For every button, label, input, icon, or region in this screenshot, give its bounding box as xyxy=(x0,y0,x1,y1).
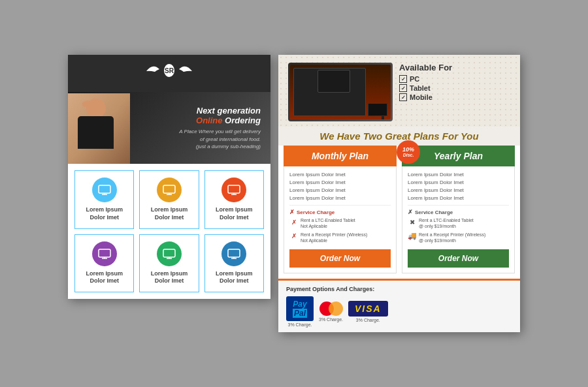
logo-wings: SR xyxy=(143,61,195,85)
yearly-service-text-2: Rent a Receipt Printer (Wireless)@ only … xyxy=(419,232,485,243)
svg-rect-11 xyxy=(99,249,110,257)
visa-logo: VISA xyxy=(348,301,388,317)
monthly-body: Lorem Ipsum Dolor Imet Lorem Ipsum Dolor… xyxy=(284,166,397,273)
check-tablet: ✓ xyxy=(399,84,407,92)
yearly-service-text-1: Rent a LTC-Enabled Tablet@ only $19/mont… xyxy=(419,217,474,229)
hero-text: Next generation Online Ordering A Place … xyxy=(179,106,261,151)
monthly-plan-col: Monthly Plan Lorem Ipsum Dolor Imet Lore… xyxy=(284,146,397,273)
hero-sub: A Place Where you will get delivery of g… xyxy=(179,129,261,151)
icon-monitor-3 xyxy=(221,178,246,202)
icon-label-3: Lorem IpsumDolor Imet xyxy=(216,206,253,221)
yearly-service-title: ✗ Service Charge xyxy=(408,209,509,215)
check-pc: ✓ xyxy=(399,75,407,83)
monthly-service-row-2: ✗ Rent a Receipt Printer (Wireless)Not A… xyxy=(289,232,391,243)
icon-cell-1: Lorem IpsumDolor Imet xyxy=(74,170,134,228)
monthly-header: Monthly Plan xyxy=(284,146,397,166)
yearly-item-3: Lorem Ipsum Dolor Imet xyxy=(408,187,509,193)
icons-grid: Lorem IpsumDolor Imet Lorem IpsumDolor I… xyxy=(68,164,270,299)
right-flyer: Available For ✓ PC ✓ Tablet ✓ Mobile xyxy=(278,55,520,332)
svg-rect-14 xyxy=(163,249,175,257)
yearly-item-2: Lorem Ipsum Dolor Imet xyxy=(408,179,509,185)
hero-line1: Next generation xyxy=(179,106,261,116)
icon-monitor-4 xyxy=(92,241,117,266)
icon-monitor-1 xyxy=(92,178,117,202)
svg-rect-17 xyxy=(228,249,240,257)
icon-label-2: Lorem IpsumDolor Imet xyxy=(151,206,188,221)
monthly-item-2: Lorem Ipsum Dolor Imet xyxy=(289,179,391,185)
monthly-service-icon-1: ✗ xyxy=(289,217,299,226)
payment-title: Payment Options And Charges: xyxy=(286,286,512,292)
svg-rect-8 xyxy=(228,185,240,193)
svg-rect-5 xyxy=(163,185,175,193)
payment-logos: PayPal 3% Charge. 3% Charge. xyxy=(286,296,512,327)
avail-pc: ✓ PC xyxy=(399,75,510,83)
icon-monitor-5 xyxy=(157,241,182,266)
monthly-service: ✗ Service Charge ✗ Rent a LTC-Enabled Ta… xyxy=(289,205,391,243)
visa-charge: 3% Charge. xyxy=(356,318,380,322)
icon-label-5: Lorem IpsumDolor Imet xyxy=(151,270,188,285)
paypal-payment: PayPal 3% Charge. xyxy=(286,296,314,327)
icon-monitor-2 xyxy=(157,178,182,202)
discount-badge: 10% Disc. xyxy=(397,140,420,164)
icon-cell-4: Lorem IpsumDolor Imet xyxy=(74,234,134,292)
right-top-section: Available For ✓ PC ✓ Tablet ✓ Mobile xyxy=(278,55,520,127)
monthly-service-text-1: Rent a LTC-Enabled TabletNot Aplicable xyxy=(301,217,355,229)
hero-line2: Online Ordering xyxy=(179,116,261,126)
left-hero: Next generation Online Ordering A Place … xyxy=(68,92,270,164)
left-header: SR xyxy=(68,55,270,92)
check-mobile: ✓ xyxy=(399,93,407,101)
monthly-item-4: Lorem Ipsum Dolor Imet xyxy=(289,195,391,201)
monthly-item-1: Lorem Ipsum Dolor Imet xyxy=(289,172,391,178)
left-flyer: SR Next generation xyxy=(68,55,270,299)
monthly-service-text-2: Rent a Receipt Printer (Wireless)Not Apl… xyxy=(301,232,367,243)
avail-title: Available For xyxy=(399,63,510,72)
paypal-charge: 3% Charge. xyxy=(288,322,312,327)
svg-rect-2 xyxy=(99,185,110,193)
icon-label-6: Lorem IpsumDolor Imet xyxy=(216,270,253,285)
yearly-body: Lorem Ipsum Dolor Imet Lorem Ipsum Dolor… xyxy=(402,166,515,273)
icon-label-4: Lorem IpsumDolor Imet xyxy=(86,270,123,285)
plans-title: We Have Two Great Plans For You xyxy=(278,127,520,146)
monthly-service-title: ✗ Service Charge xyxy=(289,209,391,215)
mastercard-charge: 3% Charge. xyxy=(319,317,343,322)
icon-cell-6: Lorem IpsumDolor Imet xyxy=(204,234,264,292)
yearly-service-row-2: 🚚 Rent a Receipt Printer (Wireless)@ onl… xyxy=(408,232,509,243)
yearly-service-icon-1: ✖ xyxy=(408,217,417,226)
icon-cell-2: Lorem IpsumDolor Imet xyxy=(139,170,199,228)
monthly-item-3: Lorem Ipsum Dolor Imet xyxy=(289,187,391,193)
yearly-service: ✗ Service Charge ✖ Rent a LTC-Enabled Ta… xyxy=(408,205,509,243)
icon-cell-3: Lorem IpsumDolor Imet xyxy=(204,170,264,228)
yearly-service-row-1: ✖ Rent a LTC-Enabled Tablet@ only $19/mo… xyxy=(408,217,509,229)
hero-ordering: Ordering xyxy=(222,116,261,126)
avail-tablet: ✓ Tablet xyxy=(399,84,510,92)
monthly-service-icon-2: ✗ xyxy=(289,232,299,241)
mc-orange-circle xyxy=(329,302,343,316)
yearly-plan-col: 10% Disc. Yearly Plan Lorem Ipsum Dolor … xyxy=(402,146,515,273)
mastercard-payment: 3% Charge. xyxy=(319,302,343,322)
hero-online: Online xyxy=(196,116,222,126)
yearly-item-4: Lorem Ipsum Dolor Imet xyxy=(408,195,509,201)
paypal-logo: PayPal xyxy=(286,296,314,321)
avail-mobile: ✓ Mobile xyxy=(399,93,510,101)
visa-payment: VISA 3% Charge. xyxy=(348,301,388,322)
icon-monitor-6 xyxy=(221,241,246,266)
icon-cell-5: Lorem IpsumDolor Imet xyxy=(139,234,199,292)
monthly-order-btn[interactable]: Order Now xyxy=(289,249,391,268)
devices-mockup xyxy=(288,63,393,121)
payment-section: Payment Options And Charges: PayPal 3% C… xyxy=(278,279,520,332)
yearly-service-icon-2: 🚚 xyxy=(408,232,417,241)
mastercard-logo xyxy=(319,302,343,316)
yearly-item-1: Lorem Ipsum Dolor Imet xyxy=(408,172,509,178)
avail-section: Available For ✓ PC ✓ Tablet ✓ Mobile xyxy=(399,63,510,121)
icon-label-1: Lorem IpsumDolor Imet xyxy=(86,206,123,221)
monthly-service-row-1: ✗ Rent a LTC-Enabled TabletNot Aplicable xyxy=(289,217,391,229)
svg-text:SR: SR xyxy=(165,67,174,74)
yearly-header: 10% Disc. Yearly Plan xyxy=(402,146,515,166)
plans-section: Monthly Plan Lorem Ipsum Dolor Imet Lore… xyxy=(278,146,520,278)
yearly-order-btn[interactable]: Order Now xyxy=(408,249,509,268)
